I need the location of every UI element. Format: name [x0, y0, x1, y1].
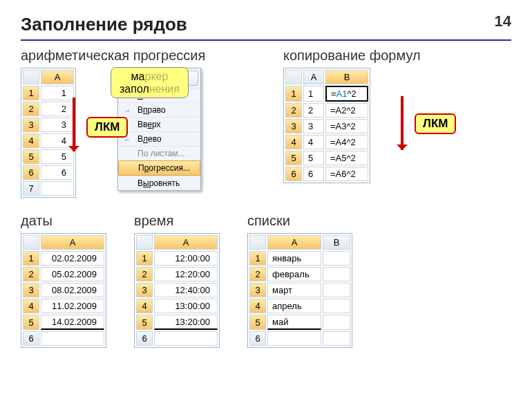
label-formulas: копирование формул	[283, 48, 511, 64]
menu-label: Выровнять	[137, 178, 180, 188]
cell[interactable]: =A6^2	[325, 167, 368, 181]
row-header[interactable]: 6	[23, 165, 39, 180]
arrow-fill-icon	[401, 96, 403, 150]
cell[interactable]: 1	[303, 86, 324, 102]
cell[interactable]: 6	[303, 167, 324, 181]
cell[interactable]	[154, 331, 218, 346]
cell[interactable]: май	[267, 315, 321, 330]
cell[interactable]: 4	[303, 135, 324, 149]
row-header[interactable]: 2	[136, 267, 153, 281]
menu-item-sheets: По листам...	[118, 146, 200, 160]
cell[interactable]: февраль	[267, 267, 321, 281]
row-header[interactable]: 2	[23, 102, 39, 116]
col-header[interactable]: A	[41, 70, 74, 84]
row-header[interactable]: 6	[136, 331, 153, 346]
cell[interactable]: апрель	[267, 299, 321, 313]
row-header[interactable]: 6	[23, 331, 39, 346]
label-lists: списки	[247, 213, 352, 229]
row-header[interactable]: 1	[23, 251, 39, 266]
row-header[interactable]: 3	[285, 119, 302, 133]
row-header[interactable]: 4	[23, 299, 39, 313]
cell[interactable]: 12:00:00	[154, 251, 218, 266]
row-header[interactable]: 4	[285, 135, 302, 149]
row-header[interactable]: 3	[249, 283, 266, 297]
row-header[interactable]: 2	[249, 267, 266, 281]
row-header[interactable]: 4	[249, 299, 266, 313]
cell[interactable]	[323, 315, 350, 330]
sheet-corner[interactable]	[285, 70, 302, 84]
cell[interactable]: 13:20:00	[154, 315, 218, 330]
cell[interactable]: 08.02.2009	[41, 283, 104, 297]
row-header[interactable]: 5	[285, 151, 302, 165]
sheet-corner[interactable]	[23, 70, 39, 84]
cell[interactable]: 12:20:00	[154, 267, 218, 281]
cell[interactable]: март	[267, 283, 321, 297]
cell[interactable]: =A5^2	[325, 151, 368, 165]
row-header[interactable]: 1	[23, 86, 39, 100]
col-header[interactable]: A	[303, 70, 324, 84]
row-header[interactable]: 7	[23, 181, 39, 196]
cell[interactable]: =A2^2	[325, 103, 368, 118]
menu-item-justify[interactable]: Выровнять	[118, 176, 200, 190]
row-header[interactable]: 5	[249, 315, 266, 330]
row-header[interactable]: 3	[23, 118, 39, 132]
row-header[interactable]: 1	[249, 251, 266, 266]
cell[interactable]: 3	[303, 119, 324, 133]
cell[interactable]	[323, 283, 350, 297]
cell[interactable]: 11.02.2009	[41, 299, 104, 313]
row-header[interactable]: 5	[136, 315, 153, 330]
cell[interactable]: 05.02.2009	[41, 267, 104, 281]
cell[interactable]	[41, 331, 104, 346]
col-header[interactable]: A	[154, 235, 218, 250]
title-rule	[21, 39, 511, 41]
menu-item-up[interactable]: ↑Вверх	[118, 117, 200, 131]
menu-item-progression[interactable]: Прогрессия...	[118, 160, 200, 176]
cell[interactable]: 2	[41, 102, 74, 116]
col-header[interactable]: B	[323, 235, 350, 250]
row-header[interactable]: 2	[285, 103, 302, 118]
row-header[interactable]: 4	[136, 299, 153, 313]
cell[interactable]: =A3^2	[325, 119, 368, 133]
page-number: 14	[495, 12, 511, 30]
menu-item-right[interactable]: →Вправо	[118, 102, 200, 117]
row-header[interactable]: 2	[23, 267, 39, 281]
row-header[interactable]: 4	[23, 133, 39, 148]
cell[interactable]: январь	[267, 251, 321, 266]
sheet-corner[interactable]	[136, 235, 153, 250]
cell[interactable]: 02.02.2009	[41, 251, 104, 266]
cell[interactable]	[323, 251, 350, 266]
col-header[interactable]: B	[325, 70, 368, 84]
col-header[interactable]: A	[41, 235, 104, 250]
dates-sheet: A 102.02.2009 205.02.2009 308.02.2009 41…	[21, 233, 106, 348]
row-header[interactable]: 6	[285, 167, 302, 181]
row-header[interactable]: 5	[23, 149, 39, 164]
sheet-corner[interactable]	[23, 235, 39, 250]
cell[interactable]: =A4^2	[325, 135, 368, 149]
cell[interactable]	[41, 181, 74, 196]
cell[interactable]: 3	[41, 118, 74, 132]
cell[interactable]	[323, 331, 350, 346]
cell[interactable]: 12:40:00	[154, 283, 218, 297]
lists-sheet: AB 1январь 2февраль 3март 4апрель 5май 6	[247, 233, 352, 348]
cell[interactable]: 1	[41, 86, 74, 100]
arrow-right-icon: →	[122, 105, 132, 115]
menu-label: Вверх	[137, 120, 160, 129]
cell[interactable]: 14.02.2009	[41, 315, 104, 330]
sheet-corner[interactable]	[249, 235, 266, 250]
row-header[interactable]: 3	[136, 283, 153, 297]
cell[interactable]	[323, 267, 350, 281]
menu-item-left[interactable]: ←Влево	[118, 131, 200, 146]
cell[interactable]	[323, 299, 350, 313]
row-header[interactable]: 1	[136, 251, 153, 266]
col-header[interactable]: A	[267, 235, 321, 250]
row-header[interactable]: 6	[249, 331, 266, 346]
cell[interactable]: 2	[303, 103, 324, 118]
row-header[interactable]: 1	[285, 86, 302, 102]
cell[interactable]	[267, 331, 321, 346]
cell[interactable]: =A1^2	[325, 86, 368, 102]
row-header[interactable]: 3	[23, 283, 39, 297]
cell[interactable]: 6	[41, 165, 74, 180]
cell[interactable]: 13:00:00	[154, 299, 218, 313]
cell[interactable]: 5	[303, 151, 324, 165]
row-header[interactable]: 5	[23, 315, 39, 330]
